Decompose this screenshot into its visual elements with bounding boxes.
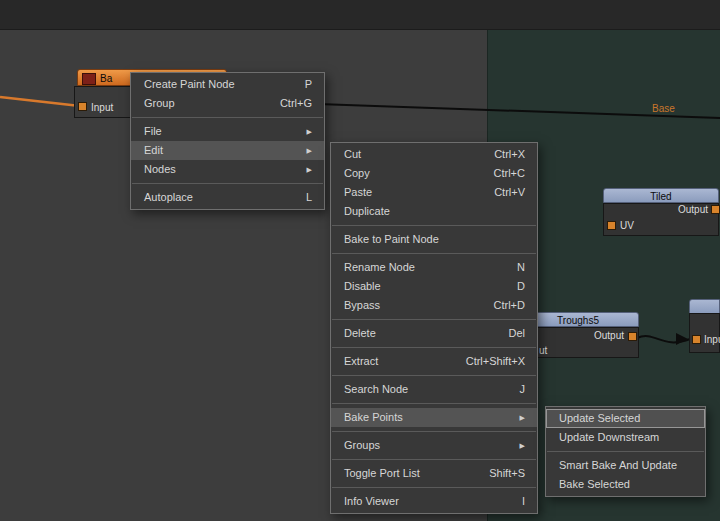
node-title: Troughs5	[557, 315, 599, 326]
right-node-input-port-label: Input	[704, 334, 720, 345]
troughs5-partial-input-label: ut	[539, 345, 547, 356]
submenu-arrow-icon: ▶	[307, 141, 312, 160]
troughs5-output-port[interactable]	[628, 332, 637, 341]
menu-separator	[332, 319, 536, 320]
menu-item-label: Groups	[344, 436, 380, 455]
menu-item-label: File	[144, 122, 162, 141]
menu-separator	[547, 451, 704, 452]
menu-item-update-downstream[interactable]: Update Downstream	[546, 428, 705, 447]
wire-label-base: Base	[652, 103, 675, 114]
menu-separator	[332, 403, 536, 404]
submenu-arrow-icon: ▶	[307, 122, 312, 141]
troughs5-output-port-label: Output	[558, 330, 624, 341]
menu-item-label: Duplicate	[344, 202, 390, 221]
menu-item-info-viewer[interactable]: Info Viewer I	[331, 492, 537, 511]
menu-item-shortcut: N	[517, 258, 525, 277]
menu-item-label: Group	[144, 94, 175, 113]
menu-item-shortcut: Del	[508, 324, 525, 343]
menu-separator	[332, 253, 536, 254]
menu-separator	[332, 347, 536, 348]
menu-item-label: Disable	[344, 277, 381, 296]
menu-separator	[332, 375, 536, 376]
context-menu-edit: Cut Ctrl+X Copy Ctrl+C Paste Ctrl+V Dupl…	[330, 142, 538, 514]
menu-item-update-selected[interactable]: Update Selected	[546, 409, 705, 428]
tiled-node-header[interactable]: Tiled	[603, 188, 719, 203]
menu-item-label: Copy	[344, 164, 370, 183]
menu-item-label: Info Viewer	[344, 492, 399, 511]
menu-item-label: Bake to Paint Node	[344, 230, 439, 249]
menu-item-file[interactable]: File ▶	[131, 122, 324, 141]
submenu-arrow-icon: ▶	[520, 408, 525, 427]
menu-item-label: Nodes	[144, 160, 176, 179]
menu-separator	[332, 431, 536, 432]
node-color-swatch	[82, 73, 96, 85]
bake-input-port-label: Input	[91, 102, 113, 113]
menu-item-group[interactable]: Group Ctrl+G	[131, 94, 324, 113]
submenu-arrow-icon: ▶	[520, 436, 525, 455]
menu-item-label: Delete	[344, 324, 376, 343]
menu-item-shortcut: Ctrl+X	[494, 145, 525, 164]
right-node-header[interactable]	[689, 299, 720, 314]
menu-item-nodes[interactable]: Nodes ▶	[131, 160, 324, 179]
menu-item-bake-points[interactable]: Bake Points ▶	[331, 408, 537, 427]
menu-item-toggle-port-list[interactable]: Toggle Port List Shift+S	[331, 464, 537, 483]
menu-item-groups[interactable]: Groups ▶	[331, 436, 537, 455]
menu-item-smart-bake-and-update[interactable]: Smart Bake And Update	[546, 456, 705, 475]
menu-item-disable[interactable]: Disable D	[331, 277, 537, 296]
menu-item-label: Cut	[344, 145, 361, 164]
menu-item-label: Rename Node	[344, 258, 415, 277]
menu-item-shortcut: P	[305, 75, 312, 94]
menu-item-create-paint-node[interactable]: Create Paint Node P	[131, 75, 324, 94]
menu-item-shortcut: Shift+S	[489, 464, 525, 483]
menu-item-rename-node[interactable]: Rename Node N	[331, 258, 537, 277]
menu-item-label: Smart Bake And Update	[559, 456, 677, 475]
menu-separator	[132, 117, 323, 118]
menu-item-shortcut: D	[517, 277, 525, 296]
menu-item-delete[interactable]: Delete Del	[331, 324, 537, 343]
menu-item-bake-to-paint-node[interactable]: Bake to Paint Node	[331, 230, 537, 249]
bake-input-port[interactable]	[78, 102, 87, 111]
tiled-output-port[interactable]	[711, 205, 720, 214]
menu-item-label: Update Selected	[559, 409, 640, 428]
menu-item-shortcut: L	[306, 188, 312, 207]
menu-item-label: Update Downstream	[559, 428, 659, 447]
wire-arrowhead-icon	[676, 333, 688, 345]
submenu-arrow-icon: ▶	[307, 160, 312, 179]
menu-item-label: Bypass	[344, 296, 380, 315]
menu-item-shortcut: I	[522, 492, 525, 511]
menu-item-copy[interactable]: Copy Ctrl+C	[331, 164, 537, 183]
menu-item-shortcut: Ctrl+G	[280, 94, 312, 113]
menu-item-label: Edit	[144, 141, 163, 160]
menu-item-duplicate[interactable]: Duplicate	[331, 202, 537, 221]
menu-item-cut[interactable]: Cut Ctrl+X	[331, 145, 537, 164]
menu-separator	[132, 183, 323, 184]
menu-item-shortcut: Ctrl+V	[494, 183, 525, 202]
menu-item-bake-selected[interactable]: Bake Selected	[546, 475, 705, 494]
menu-item-label: Bake Points	[344, 408, 403, 427]
menu-item-paste[interactable]: Paste Ctrl+V	[331, 183, 537, 202]
menu-item-bypass[interactable]: Bypass Ctrl+D	[331, 296, 537, 315]
menu-item-extract[interactable]: Extract Ctrl+Shift+X	[331, 352, 537, 371]
right-node-body[interactable]	[689, 313, 720, 353]
menu-item-label: Create Paint Node	[144, 75, 235, 94]
menu-item-edit[interactable]: Edit ▶	[131, 141, 324, 160]
node-graph-window: Ba Input Base Tiled Output UV Troughs5 O…	[0, 0, 720, 521]
menu-item-autoplace[interactable]: Autoplace L	[131, 188, 324, 207]
menu-item-label: Autoplace	[144, 188, 193, 207]
menu-item-label: Search Node	[344, 380, 408, 399]
context-menu-bake-points: Update Selected Update Downstream Smart …	[545, 406, 706, 497]
tiled-uv-port-label: UV	[620, 220, 634, 231]
menu-separator	[332, 459, 536, 460]
menu-separator	[332, 225, 536, 226]
menu-separator	[332, 487, 536, 488]
node-title: Tiled	[650, 191, 671, 202]
context-menu-main: Create Paint Node P Group Ctrl+G File ▶ …	[130, 72, 325, 210]
right-node-input-port[interactable]	[692, 335, 701, 344]
tiled-output-port-label: Output	[650, 204, 708, 215]
menu-item-shortcut: Ctrl+D	[494, 296, 525, 315]
orange-input-wire[interactable]	[0, 97, 80, 106]
menu-item-label: Paste	[344, 183, 372, 202]
menu-item-search-node[interactable]: Search Node J	[331, 380, 537, 399]
menu-item-label: Toggle Port List	[344, 464, 420, 483]
tiled-uv-port[interactable]	[607, 221, 616, 230]
